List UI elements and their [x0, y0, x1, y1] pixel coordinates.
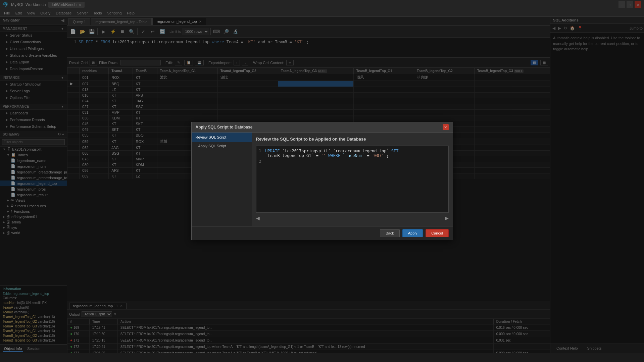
- cancel-button[interactable]: Cancel: [426, 229, 448, 237]
- line-num: 1: [259, 149, 261, 158]
- dialog-left-panel: Review SQL Script Apply SQL Script: [192, 133, 252, 226]
- dialog-right-title: Review the SQL Script to be Applied on t…: [256, 137, 449, 142]
- dialog-right-panel: Review the SQL Script to be Applied on t…: [252, 133, 453, 226]
- apply-button[interactable]: Apply: [402, 229, 423, 237]
- line-num-2: 2: [259, 159, 261, 164]
- back-button[interactable]: Back: [380, 229, 399, 237]
- dialog-title: Apply SQL Script to Database: [196, 125, 253, 130]
- preview-right-arrow[interactable]: ▶: [445, 215, 449, 221]
- sql-preview: 1 UPDATE `lck2017springsplit`.`regracenu…: [256, 146, 449, 213]
- dialog-buttons: Back Apply Cancel: [192, 226, 453, 240]
- dialog-overlay: Apply SQL Script to Database ✕ Review SQ…: [0, 0, 644, 362]
- dialog-close-button[interactable]: ✕: [443, 124, 449, 130]
- review-sql-item[interactable]: Review SQL Script: [192, 133, 252, 142]
- apply-sql-item[interactable]: Apply SQL Script: [192, 142, 252, 150]
- sql-line-2: 2: [259, 159, 446, 164]
- dialog-body: Review SQL Script Apply SQL Script Revie…: [192, 133, 453, 226]
- dialog-titlebar: Apply SQL Script to Database ✕: [192, 122, 453, 133]
- apply-sql-dialog: Apply SQL Script to Database ✕ Review SQ…: [191, 122, 453, 240]
- sql-line-1: 1 UPDATE `lck2017springsplit`.`regracenu…: [259, 149, 446, 158]
- sql-code-1: UPDATE `lck2017springsplit`.`regracenum_…: [265, 149, 445, 158]
- preview-nav: ◀ ▶: [256, 214, 449, 222]
- preview-left-arrow[interactable]: ◀: [256, 215, 260, 221]
